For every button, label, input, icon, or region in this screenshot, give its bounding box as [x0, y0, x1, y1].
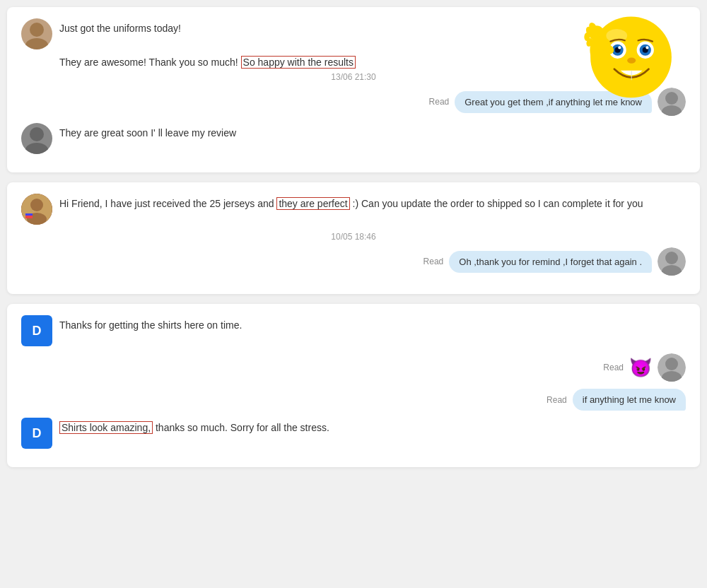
svg-point-10 [627, 58, 636, 64]
message-row-5: D Shirts look amazing, thanks so much. S… [21, 418, 686, 449]
message-row-2: They are great soon I' ll leave my revie… [21, 123, 686, 154]
message-text-5: Shirts look amazing, thanks so much. Sor… [59, 418, 686, 435]
avatar-3 [21, 194, 52, 225]
reply-row-2: Read Oh ,thank you for remind ,I forget … [21, 247, 686, 276]
message-row-3: Hi Friend, I have just received the 25 j… [21, 194, 686, 225]
svg-point-18 [30, 23, 44, 37]
svg-point-24 [25, 143, 48, 154]
read-label-3: Read [603, 363, 624, 372]
svg-point-26 [30, 199, 43, 211]
conversation-card-1: Just got the uniforms today! They are aw… [7, 7, 700, 172]
svg-point-34 [665, 358, 678, 370]
svg-point-5 [618, 46, 621, 49]
reply-row-4: Read if anything let me know [21, 389, 686, 411]
avatar-2 [21, 123, 52, 154]
message-text-4: Thanks for getting the shirts here on ti… [59, 315, 686, 333]
emoji-devil: 😈 [629, 357, 652, 379]
read-label-1: Read [429, 97, 450, 107]
avatar-letter-2: D [21, 418, 52, 449]
reply-bubble-2: Oh ,thank you for remind ,I forget that … [449, 251, 652, 273]
message-text-3: Hi Friend, I have just received the 25 j… [59, 194, 686, 211]
avatar-1 [21, 18, 52, 49]
emoji-decoration [583, 7, 679, 102]
svg-point-23 [30, 127, 44, 141]
timestamp-2: 10/05 18:46 [21, 232, 686, 242]
reply-avatar-2 [658, 247, 686, 276]
message-row-4: D Thanks for getting the shirts here on … [21, 315, 686, 346]
svg-point-19 [25, 38, 48, 49]
read-label-2: Read [423, 257, 444, 266]
message-text-2: They are great soon I' ll leave my revie… [59, 123, 686, 141]
avatar-letter-1: D [21, 315, 52, 346]
reply-bubble-3: if anything let me know [573, 389, 686, 411]
read-label-4: Read [547, 395, 567, 405]
reply-row-3: Read 😈 [21, 353, 686, 382]
conversation-card-2: Hi Friend, I have just received the 25 j… [7, 182, 700, 294]
reply-avatar-3 [658, 353, 686, 382]
conversation-card-3: D Thanks for getting the shirts here on … [7, 304, 700, 467]
svg-rect-29 [25, 213, 33, 216]
svg-point-9 [645, 46, 648, 49]
svg-point-31 [665, 252, 678, 264]
